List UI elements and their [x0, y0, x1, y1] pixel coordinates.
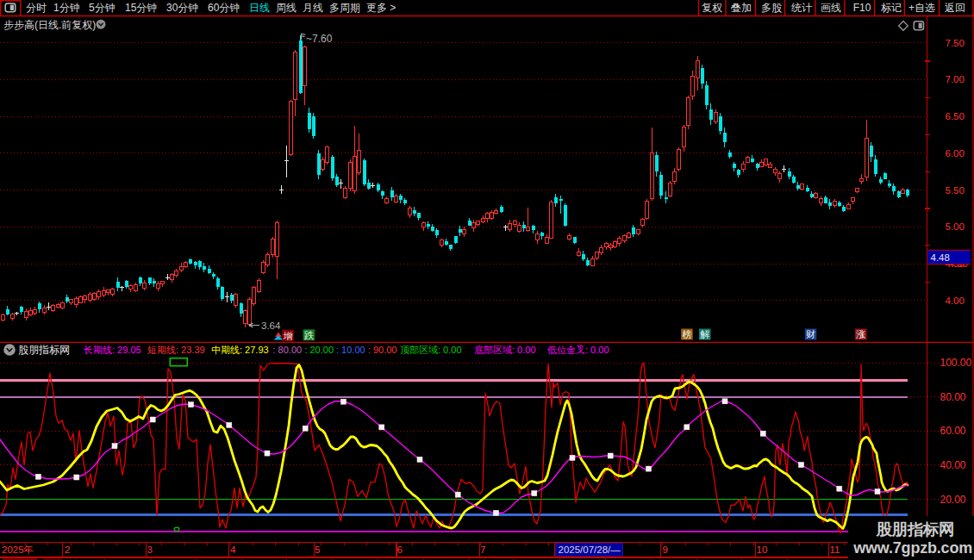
svg-text:更多 >: 更多 >: [366, 2, 396, 14]
svg-text:5.50: 5.50: [946, 185, 965, 196]
svg-text:长期线: 29.05: 长期线: 29.05: [83, 345, 141, 355]
svg-text:中期线: 27.93: 中期线: 27.93: [211, 345, 269, 355]
svg-text:4.00: 4.00: [946, 296, 965, 306]
svg-text:5.00: 5.00: [946, 221, 965, 232]
svg-text:60分钟: 60分钟: [208, 2, 240, 14]
svg-text:20.00: 20.00: [940, 494, 966, 506]
svg-text:2: 2: [65, 544, 70, 555]
svg-text:3: 3: [147, 544, 153, 555]
svg-text:步步高(日线.前复权): 步步高(日线.前复权): [3, 19, 96, 31]
svg-text:40.00: 40.00: [940, 459, 966, 471]
svg-text:~7.60: ~7.60: [306, 33, 333, 45]
svg-text:2025年: 2025年: [2, 544, 34, 555]
svg-text:www.7gpzb.com: www.7gpzb.com: [852, 539, 972, 557]
svg-text:标记: 标记: [881, 2, 902, 14]
svg-text:周线: 周线: [276, 2, 297, 14]
svg-text:分时: 分时: [26, 2, 47, 14]
svg-text:: 80.00: : 80.00: [273, 345, 303, 355]
svg-text:30分钟: 30分钟: [166, 2, 198, 14]
svg-text:7.50: 7.50: [946, 38, 965, 48]
svg-text:多股: 多股: [761, 2, 782, 14]
svg-text:6.00: 6.00: [946, 148, 965, 159]
svg-text:4: 4: [230, 544, 236, 555]
svg-text:7: 7: [480, 544, 485, 555]
svg-text:4.48: 4.48: [931, 252, 950, 263]
svg-text:短期线: 23.39: 短期线: 23.39: [147, 345, 205, 355]
svg-text:11: 11: [830, 544, 840, 555]
svg-text:5: 5: [315, 544, 320, 555]
svg-text:5分钟: 5分钟: [89, 2, 116, 14]
svg-text:60.00: 60.00: [940, 425, 966, 437]
svg-text:2025/07/28/—: 2025/07/28/—: [559, 544, 621, 555]
svg-text:100.00: 100.00: [940, 357, 972, 369]
svg-text:返回: 返回: [945, 2, 965, 14]
svg-text:财: 财: [806, 329, 815, 339]
svg-text:3.64: 3.64: [261, 320, 281, 331]
svg-text:多周期: 多周期: [329, 2, 360, 14]
svg-text:: 90.00: : 90.00: [368, 345, 397, 355]
svg-text:顶部区域: 0.00: 顶部区域: 0.00: [400, 345, 462, 355]
svg-text:解: 解: [700, 329, 709, 339]
svg-text:6.50: 6.50: [946, 111, 965, 121]
svg-text:增: 增: [284, 331, 293, 341]
svg-text:: 10.00: : 10.00: [336, 345, 365, 355]
svg-text:复权: 复权: [702, 2, 722, 14]
svg-text:底部区域: 0.00: 底部区域: 0.00: [474, 345, 536, 355]
svg-text:榜: 榜: [682, 329, 691, 339]
svg-text:股朋指标网: 股朋指标网: [18, 344, 70, 356]
svg-text:80.00: 80.00: [940, 391, 966, 403]
svg-text:涨: 涨: [856, 329, 865, 339]
svg-text:F10: F10: [853, 2, 871, 14]
svg-text:15分钟: 15分钟: [125, 2, 157, 14]
svg-text:画线: 画线: [821, 2, 841, 14]
svg-text:1分钟: 1分钟: [53, 2, 80, 14]
svg-text:月线: 月线: [303, 2, 323, 14]
svg-text:统计: 统计: [791, 2, 812, 14]
svg-text:跌: 跌: [304, 330, 315, 340]
svg-text:日线: 日线: [249, 2, 270, 14]
svg-text:10: 10: [757, 544, 768, 555]
svg-text:+自选: +自选: [908, 2, 935, 14]
svg-text:6: 6: [397, 544, 403, 555]
svg-text:7.00: 7.00: [946, 74, 965, 84]
svg-text:9: 9: [663, 544, 668, 555]
svg-text:叠加: 叠加: [731, 2, 752, 14]
svg-text:低位金叉: 0.00: 低位金叉: 0.00: [547, 345, 609, 355]
svg-text:: 20.00: : 20.00: [304, 345, 334, 355]
svg-text:股朋指标网: 股朋指标网: [875, 520, 954, 538]
